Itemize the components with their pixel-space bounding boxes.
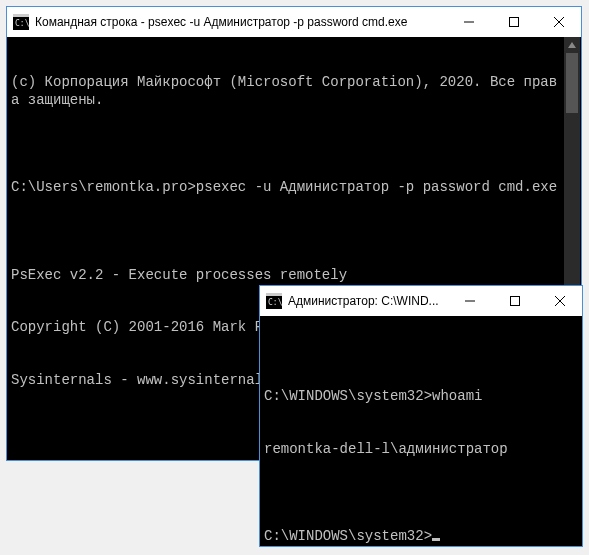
scroll-thumb[interactable] [566, 53, 578, 113]
maximize-button[interactable] [492, 286, 537, 316]
svg-text:C:\: C:\ [15, 19, 29, 28]
window-title: Администратор: C:\WIND... [288, 294, 447, 308]
svg-text:C:\: C:\ [268, 298, 282, 307]
close-button[interactable] [537, 286, 582, 316]
svg-rect-13 [510, 297, 519, 306]
svg-rect-10 [266, 293, 282, 296]
terminal-line: PsExec v2.2 - Execute processes remotely [11, 267, 563, 285]
terminal-line: C:\WINDOWS\system32>whoami [264, 388, 578, 406]
window-controls [447, 286, 582, 316]
svg-rect-4 [509, 18, 518, 27]
window-controls [446, 7, 581, 37]
svg-rect-1 [13, 14, 29, 17]
maximize-button[interactable] [491, 7, 536, 37]
cursor [432, 538, 440, 541]
scroll-up-icon[interactable] [564, 37, 580, 53]
close-button[interactable] [536, 7, 581, 37]
titlebar[interactable]: C:\ Командная строка - psexec -u Админис… [7, 7, 581, 37]
titlebar[interactable]: C:\ Администратор: C:\WIND... [260, 286, 582, 316]
minimize-button[interactable] [447, 286, 492, 316]
terminal-line: C:\WINDOWS\system32> [264, 528, 578, 546]
terminal-line: C:\Users\remontka.pro>psexec -u Админист… [11, 179, 563, 197]
terminal-output[interactable]: C:\WINDOWS\system32>whoami remontka-dell… [260, 316, 582, 546]
terminal-line: remontka-dell-l\администратор [264, 441, 578, 459]
cmd-window-admin: C:\ Администратор: C:\WIND... C:\WINDOWS… [259, 285, 583, 547]
cmd-icon: C:\ [13, 14, 29, 30]
cmd-icon: C:\ [266, 293, 282, 309]
prompt-text: C:\WINDOWS\system32> [264, 528, 432, 544]
minimize-button[interactable] [446, 7, 491, 37]
terminal-line: (c) Корпорация Майкрософт (Microsoft Cor… [11, 74, 563, 109]
window-title: Командная строка - psexec -u Администрат… [35, 15, 446, 29]
svg-marker-7 [568, 42, 576, 48]
